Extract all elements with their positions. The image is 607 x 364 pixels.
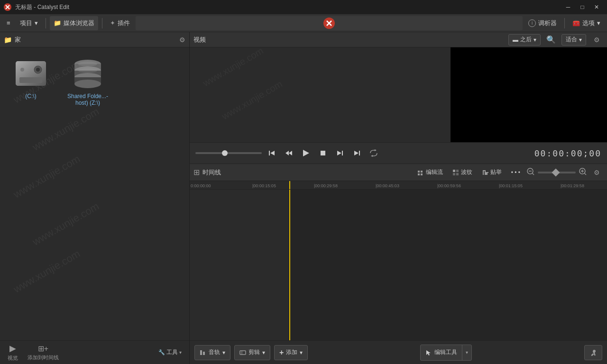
zoom-slider-thumb — [552, 168, 560, 176]
preview-button[interactable]: ▶ 视览 — [8, 343, 18, 362]
audio-track-label: 音轨 — [209, 348, 220, 356]
fit-button[interactable]: 适合 ▾ — [561, 34, 586, 46]
audio-track-icon — [200, 349, 206, 356]
home-folder-label: 家 — [15, 36, 176, 44]
loop-button[interactable] — [367, 146, 380, 160]
project-arrow-icon: ▾ — [35, 19, 38, 27]
svg-point-9 — [20, 68, 24, 72]
rewind-button[interactable] — [282, 146, 296, 160]
watermark-2: www.xunjie.com — [30, 105, 101, 153]
plugin-button[interactable]: ✦ 插件 — [106, 16, 134, 30]
analyzer-button[interactable]: i 调析器 — [524, 16, 561, 30]
svg-rect-41 — [485, 170, 486, 175]
video-section-label: 视频 — [193, 36, 206, 44]
stop-icon — [319, 149, 327, 157]
zoom-in-button[interactable] — [579, 167, 587, 178]
close-button[interactable]: ✕ — [590, 2, 603, 12]
main-toolbar: ≡ 项目 ▾ 📁 媒体浏览器 ✦ 插件 i 调析器 🧰 选项 ▾ — [0, 14, 607, 32]
timeline-panel-icon: ⊞ — [193, 168, 200, 177]
add-to-timeline-button[interactable]: ⊞+ 添加到时间线 — [28, 344, 59, 361]
right-settings-button[interactable]: ⚙ — [590, 33, 603, 46]
ripple-button[interactable]: 波纹 — [449, 166, 476, 179]
right-panel-header: 视频 ▬ 之后 ▾ 🔍 适合 ▾ ⚙ — [190, 32, 607, 47]
options-arrow-icon: ▾ — [597, 19, 600, 27]
volume-slider[interactable] — [195, 152, 262, 154]
edit-flow-button[interactable]: 编辑流 — [414, 166, 446, 179]
media-browser-button[interactable]: 📁 媒体浏览器 — [50, 16, 98, 30]
left-settings-icon[interactable]: ⚙ — [179, 36, 185, 44]
skip-start-icon — [268, 149, 276, 157]
project-label: 项目 — [20, 19, 32, 27]
zoom-out-button[interactable] — [526, 167, 535, 178]
play-button[interactable] — [299, 146, 313, 160]
titlebar: 无标题 - Catalyst Edit ─ □ ✕ — [0, 0, 607, 14]
left-panel-footer: ▶ 视览 ⊞+ 添加到时间线 🔧 工具 ▾ — [0, 340, 189, 364]
skip-to-start-button[interactable] — [265, 146, 279, 160]
zoom-in-icon — [579, 167, 587, 176]
timeline-content-area — [190, 190, 607, 340]
zoom-slider-area[interactable] — [538, 172, 576, 173]
project-button[interactable]: 项目 ▾ — [16, 16, 42, 30]
left-panel: 📁 家 ⚙ www.xunjie.com www.xunjie.com www.… — [0, 32, 190, 364]
skip-to-end-button[interactable] — [350, 146, 364, 160]
watermark-4: www.xunjie.com — [30, 200, 101, 248]
svg-rect-34 — [421, 173, 423, 175]
options-icon: 🧰 — [572, 19, 580, 27]
svg-marker-20 — [270, 151, 275, 155]
svg-rect-38 — [456, 173, 459, 175]
ruler-mark-5: |00:01:15:05 — [499, 183, 523, 188]
minimize-button[interactable]: ─ — [561, 2, 575, 12]
edit-tool-button[interactable]: 编辑工具 — [421, 345, 462, 360]
paste-icon — [482, 169, 488, 176]
timecode-display: 00:00:00;00 — [534, 148, 601, 158]
svg-rect-51 — [200, 350, 202, 355]
folder-icon: 📁 — [54, 19, 61, 27]
stop-button[interactable] — [316, 146, 330, 160]
edit-tool-arrow-button[interactable]: ▾ — [462, 345, 471, 360]
timeline-settings-icon: ⚙ — [594, 169, 600, 176]
wrench-tool-button[interactable] — [584, 345, 602, 360]
add-media-label: 添加 — [286, 348, 297, 356]
play-icon: ▶ — [9, 343, 16, 354]
add-media-arrow: ▾ — [300, 349, 303, 356]
svg-marker-55 — [426, 350, 431, 355]
paste-button[interactable]: 贴举 — [478, 166, 505, 179]
drive-c-item[interactable]: (C:\) — [9, 57, 52, 106]
left-panel-header: 📁 家 ⚙ — [0, 32, 189, 47]
clip-button[interactable]: 剪辑 ▾ — [234, 345, 270, 360]
search-button[interactable]: 🔍 — [544, 33, 558, 46]
edit-tool-label: 编辑工具 — [434, 348, 457, 356]
ripple-label: 波纹 — [461, 168, 472, 176]
toolbar-center-area — [136, 16, 523, 30]
maximize-button[interactable]: □ — [576, 2, 589, 12]
svg-rect-37 — [453, 173, 455, 175]
tools-arrow-icon: ▾ — [179, 350, 182, 355]
svg-marker-22 — [289, 151, 292, 155]
home-folder-icon: 📁 — [4, 36, 12, 44]
ruler-marks-area: 0:00:00:00 |00:00:15:05 |00:00:29:58 |00… — [190, 181, 607, 189]
window-controls: ─ □ ✕ — [561, 2, 603, 12]
add-media-button[interactable]: + 添加 ▾ — [274, 345, 308, 360]
tools-button[interactable]: 🔧 工具 ▾ — [158, 348, 182, 356]
drive-c-label: (C:\) — [25, 93, 36, 100]
app-icon — [4, 3, 11, 11]
timeline-toolbar: ⊞ 时间线 编辑流 波纹 — [190, 164, 607, 181]
after-arrow-icon: ▾ — [533, 36, 536, 43]
timeline-settings-button[interactable]: ⚙ — [590, 166, 603, 179]
more-options-button[interactable]: • • • — [508, 166, 524, 179]
step-forward-button[interactable] — [333, 146, 347, 160]
wrench-icon: 🔧 — [158, 349, 165, 355]
play-icon — [302, 149, 310, 157]
display-mode-button[interactable]: ▬ 之后 ▾ — [508, 34, 541, 46]
preview-label: 视览 — [8, 355, 18, 362]
svg-rect-6 — [19, 77, 42, 83]
fit-label: 适合 — [566, 36, 577, 44]
separator-1 — [46, 18, 46, 28]
options-button[interactable]: 🧰 选项 ▾ — [569, 16, 604, 30]
drive-z-item[interactable]: Shared Folde...-host) (Z:\) — [66, 57, 109, 106]
info-icon: i — [528, 19, 536, 27]
audio-track-button[interactable]: 音轨 ▾ — [194, 345, 230, 360]
watermark-3: www.xunjie.com — [11, 153, 83, 200]
svg-rect-52 — [203, 352, 205, 355]
menu-button[interactable]: ≡ — [3, 16, 14, 30]
